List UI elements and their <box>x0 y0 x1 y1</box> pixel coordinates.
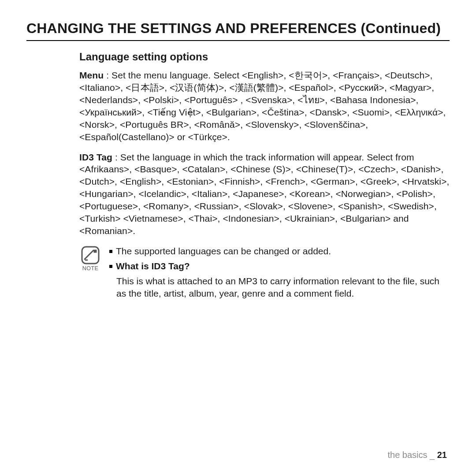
page-footer: the basics _ 21 <box>26 450 450 460</box>
note-bullet-2-title: What is ID3 Tag? <box>116 261 190 271</box>
section-heading: Language setting options <box>79 51 450 63</box>
note-body: The supported languages can be changed o… <box>109 245 450 302</box>
menu-label: Menu <box>79 70 104 80</box>
note-bullet-2-body: This is what is attached to an MP3 to ca… <box>116 275 450 300</box>
id3-text: : Set the language in which the track in… <box>79 152 449 236</box>
note-bullet-1-text: The supported languages can be changed o… <box>116 246 331 256</box>
footer-page-number: 21 <box>437 450 447 460</box>
footer-text: the basics _ <box>387 450 437 460</box>
svg-rect-0 <box>82 247 99 264</box>
menu-text: : Set the menu language. Select <English… <box>79 70 446 142</box>
note-icon <box>81 246 100 264</box>
id3-label: ID3 Tag <box>79 152 112 162</box>
note-bullet-1: The supported languages can be changed o… <box>109 245 450 257</box>
id3-paragraph: ID3 Tag : Set the language in which the … <box>79 151 450 237</box>
note-bullet-2: What is ID3 Tag? <box>109 260 450 272</box>
note-block: NOTE The supported languages can be chan… <box>79 245 450 302</box>
page-title: CHANGING THE SETTINGS AND PREFERENCES (C… <box>26 20 450 41</box>
bullet-icon <box>109 265 112 268</box>
menu-paragraph: Menu : Set the menu language. Select <En… <box>79 69 450 143</box>
note-label: NOTE <box>82 265 98 271</box>
content-area: Language setting options Menu : Set the … <box>26 49 450 450</box>
bullet-icon <box>109 250 112 253</box>
note-icon-wrap: NOTE <box>79 245 101 302</box>
